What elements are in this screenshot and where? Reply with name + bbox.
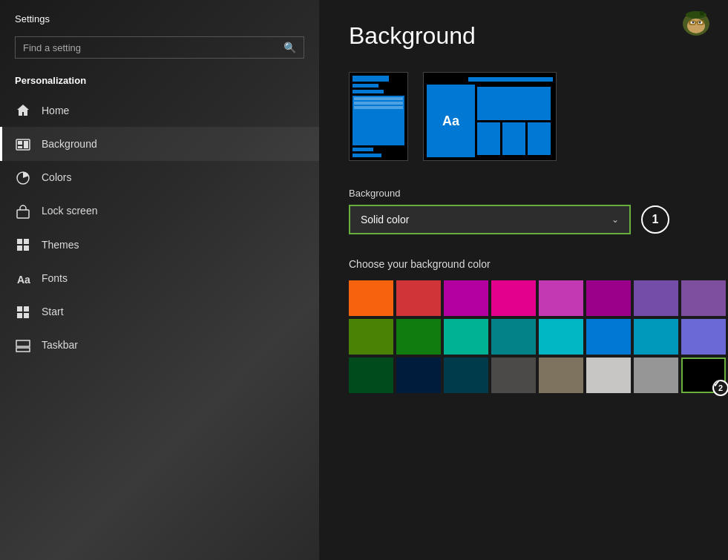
background-label: Background	[42, 138, 97, 150]
lock-screen-label: Lock screen	[42, 205, 97, 217]
svg-rect-15	[16, 348, 30, 352]
sidebar-item-background[interactable]: Background	[0, 127, 319, 160]
color-section-label: Choose your background color	[349, 258, 698, 270]
svg-rect-8	[17, 246, 22, 251]
sidebar-item-taskbar[interactable]: Taskbar	[0, 329, 319, 362]
svg-rect-5	[17, 210, 29, 218]
preview-large: Aa	[423, 72, 557, 161]
color-swatch-dark-cyan[interactable]	[444, 358, 488, 393]
color-swatch-silver[interactable]	[586, 358, 631, 393]
background-icon	[15, 136, 31, 151]
svg-point-21	[692, 22, 695, 24]
color-swatch-teal[interactable]	[444, 319, 488, 355]
preview-br-1	[477, 122, 500, 156]
home-icon	[15, 102, 31, 118]
color-swatch-navy[interactable]	[396, 358, 441, 393]
svg-point-24	[700, 11, 704, 16]
dropdown-value: Solid color	[361, 214, 409, 225]
color-swatch-dark-gray[interactable]	[491, 358, 536, 393]
sidebar: Settings 🔍 Personalization Home Backgrou…	[0, 0, 319, 560]
color-swatch-orange[interactable]	[349, 280, 393, 316]
svg-text:Aa: Aa	[17, 274, 30, 286]
svg-rect-3	[18, 146, 22, 148]
preview-bottom-right	[477, 122, 551, 156]
color-swatch-gray[interactable]	[634, 358, 678, 393]
color-swatch-dark-green[interactable]	[349, 319, 393, 355]
preview-block	[352, 96, 404, 145]
section-label: Personalization	[0, 70, 319, 93]
background-section-label: Background	[349, 188, 698, 199]
color-swatch-purple-red[interactable]	[444, 280, 488, 316]
search-bar[interactable]: 🔍	[15, 36, 304, 59]
color-swatch-violet[interactable]	[634, 280, 678, 316]
svg-rect-1	[18, 141, 22, 145]
color-swatch-blue[interactable]	[586, 319, 631, 355]
preview-top-right	[477, 87, 551, 120]
svg-rect-12	[24, 306, 29, 312]
color-grid: ✓ 2	[349, 280, 698, 393]
taskbar-label: Taskbar	[42, 339, 78, 351]
preview-top-bar	[468, 77, 553, 82]
taskbar-icon	[15, 337, 31, 353]
color-swatch-taupe[interactable]	[539, 358, 583, 393]
themes-label: Themes	[42, 239, 79, 251]
preview-line-2	[352, 84, 378, 88]
color-swatch-hot-pink[interactable]	[491, 280, 536, 316]
app-title: Settings	[0, 0, 319, 33]
badge-1: 1	[641, 205, 669, 234]
start-icon	[15, 304, 31, 320]
main-content: Background Aa	[319, 0, 728, 560]
preview-br-3	[528, 122, 551, 156]
preview-line-3	[352, 90, 384, 93]
start-label: Start	[42, 306, 64, 317]
background-dropdown[interactable]: Solid color ⌄	[349, 205, 631, 234]
svg-rect-6	[17, 239, 22, 244]
color-swatch-light-blue[interactable]	[634, 319, 678, 355]
mascot	[680, 7, 713, 41]
sidebar-item-start[interactable]: Start	[0, 295, 319, 329]
home-label: Home	[42, 105, 69, 116]
preview-right-panel	[475, 85, 553, 157]
preview-left-panel: Aa	[427, 85, 475, 157]
color-swatch-deep-purple[interactable]	[586, 280, 631, 316]
color-swatch-cornflower[interactable]	[681, 319, 726, 355]
color-swatch-green[interactable]	[396, 319, 441, 355]
svg-rect-2	[24, 141, 28, 148]
chevron-down-icon: ⌄	[611, 214, 619, 225]
color-swatch-magenta[interactable]	[539, 280, 583, 316]
color-swatch-forest[interactable]	[349, 358, 393, 393]
sidebar-item-lock-screen[interactable]: Lock screen	[0, 194, 319, 228]
fonts-label: Fonts	[42, 272, 68, 284]
preview-line-1	[352, 76, 389, 82]
color-swatch-cyan[interactable]	[539, 319, 583, 355]
sidebar-item-home[interactable]: Home	[0, 93, 319, 127]
page-title: Background	[349, 22, 698, 50]
preview-small	[349, 72, 408, 161]
sidebar-item-fonts[interactable]: Aa Fonts	[0, 261, 319, 294]
preview-inner-2	[354, 102, 403, 105]
preview-line-5	[352, 154, 381, 157]
svg-rect-11	[17, 306, 22, 312]
colors-label: Colors	[42, 171, 71, 183]
color-swatch-black[interactable]: ✓ 2	[681, 358, 726, 393]
lock-screen-icon	[15, 203, 31, 219]
svg-rect-7	[24, 239, 29, 244]
color-swatch-red[interactable]	[396, 280, 441, 316]
preview-br-2	[502, 122, 525, 156]
search-input[interactable]	[23, 42, 283, 53]
themes-icon	[15, 237, 31, 252]
svg-point-22	[699, 22, 701, 24]
color-swatch-medium-purple[interactable]	[681, 280, 726, 316]
svg-rect-9	[24, 246, 29, 251]
colors-icon	[15, 170, 31, 185]
preview-inner-3	[354, 106, 403, 109]
preview-line-4	[352, 148, 373, 151]
svg-rect-14	[24, 313, 29, 318]
preview-area: Aa	[349, 72, 698, 161]
sidebar-item-colors[interactable]: Colors	[0, 161, 319, 194]
color-swatch-dark-teal[interactable]	[491, 319, 536, 355]
dropdown-container: Solid color ⌄ 1	[349, 205, 698, 234]
sidebar-item-themes[interactable]: Themes	[0, 228, 319, 261]
svg-rect-16	[16, 340, 30, 346]
svg-rect-13	[17, 313, 22, 318]
